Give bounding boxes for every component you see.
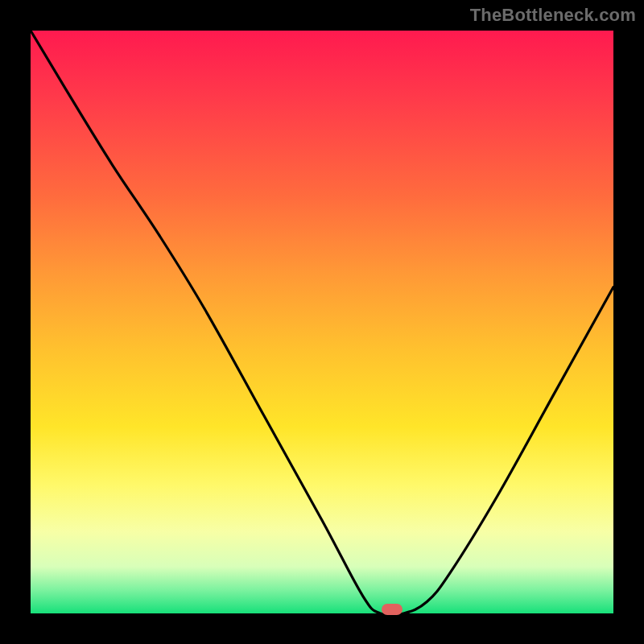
chart-frame: TheBottleneck.com [0, 0, 644, 644]
watermark-text: TheBottleneck.com [470, 5, 636, 26]
optimal-point-marker [382, 604, 402, 615]
bottleneck-curve [31, 31, 613, 613]
plot-area [31, 31, 613, 613]
